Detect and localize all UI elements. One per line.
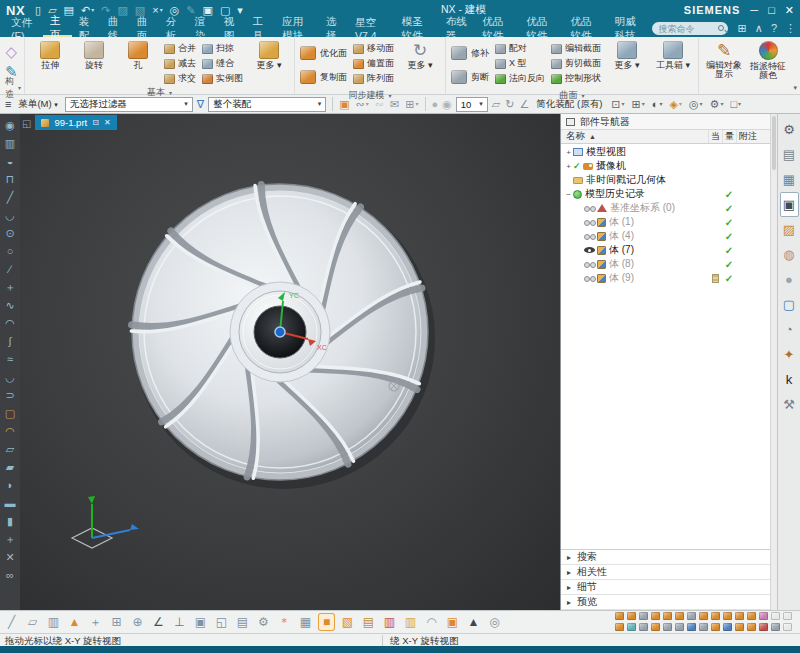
object-display-icon[interactable]: ▱ (25, 614, 40, 630)
snap-cone-icon[interactable]: ▲ (67, 614, 82, 630)
roles-icon[interactable]: k (780, 367, 799, 392)
impeller-model[interactable]: YC XC (129, 183, 435, 489)
hidden-glasses-icon[interactable] (584, 234, 595, 239)
highlighted-box-icon[interactable]: ■ (319, 614, 334, 630)
navigator-scrollbar[interactable] (770, 114, 777, 610)
column-comment[interactable]: 附注 (736, 130, 770, 143)
arc-icon[interactable]: ◡ (1, 206, 19, 224)
mini-tool-icon[interactable] (771, 612, 780, 620)
text-button[interactable]: A文本 (790, 38, 800, 81)
history-icon[interactable]: ◔ (780, 317, 799, 342)
point-on-curve-icon[interactable]: ∕ (1, 260, 19, 278)
touch-tools-icon[interactable]: ⚒ (780, 392, 799, 417)
mini-tool-icon[interactable] (615, 623, 624, 631)
mini-tool-icon[interactable] (759, 612, 768, 620)
mini-tool-icon[interactable] (699, 612, 708, 620)
mini-tool-icon[interactable] (675, 612, 684, 620)
maximize-icon[interactable]: □ (768, 5, 775, 16)
swept-surface-icon[interactable]: ◗ (1, 476, 19, 494)
visual-report-icon[interactable]: ▥ (1, 134, 19, 152)
assign-feature-color-button[interactable]: 指派特征颜色 (746, 38, 790, 81)
new-file-icon[interactable]: ▯ (35, 5, 41, 16)
intersect-button[interactable]: 求交 (162, 71, 198, 86)
menu-tab-渲染[interactable]: 渲染 (188, 20, 217, 37)
curve-icon[interactable]: ◠ (1, 314, 19, 332)
mini-tool-icon[interactable] (627, 623, 636, 631)
datum-point-icon[interactable]: ＋ (88, 614, 103, 630)
tab-close-icon[interactable]: ✕ (104, 118, 111, 127)
match-button[interactable]: 配对 (493, 41, 547, 56)
menu-tab-优品软件[interactable]: 优品软件 (519, 20, 563, 37)
true-shading-icon[interactable]: ◒ (1, 152, 19, 170)
hole-button[interactable]: 孔 (116, 38, 160, 70)
mini-tool-icon[interactable] (711, 612, 720, 620)
mini-tool-icon[interactable] (627, 612, 636, 620)
graphics-window[interactable]: ◱ 99-1.prt ⊡ ✕ (20, 114, 560, 610)
row-body-7[interactable]: 体 (7)✓ (561, 243, 770, 257)
clip-section-button[interactable]: 剪切截面 (549, 56, 603, 71)
mini-tool-icon[interactable] (723, 612, 732, 620)
row-non-timestamp-geometry[interactable]: 非时间戳记几何体 (561, 173, 770, 187)
circle-diameter-icon[interactable]: ⊙ (1, 224, 19, 242)
web-browser-icon[interactable]: ▢ (780, 292, 799, 317)
hidden-glasses-icon[interactable] (584, 262, 595, 267)
mini-tool-icon[interactable] (759, 623, 768, 631)
assembly-navigator-icon[interactable]: ▤ (780, 142, 799, 167)
process-studio-icon[interactable]: ✦ (780, 342, 799, 367)
s-curve-icon[interactable]: ∫ (1, 332, 19, 350)
menu-tab-选择[interactable]: 选择 (319, 20, 348, 37)
studio-spline-icon[interactable]: ∿ (1, 296, 19, 314)
x-form-button[interactable]: X 型 (493, 56, 547, 71)
compass-icon[interactable]: ◎ (487, 614, 502, 630)
menu-tab-分析[interactable]: 分析 (159, 20, 188, 37)
mini-tool-icon[interactable] (747, 623, 756, 631)
mini-tool-icon[interactable] (663, 623, 672, 631)
column-quantity[interactable]: 量 (722, 130, 736, 143)
point-icon[interactable]: ＋ (1, 530, 19, 548)
circle-icon[interactable]: ○ (1, 242, 19, 260)
filter-funnel-icon[interactable]: ∇ (197, 99, 204, 110)
offset-curve-icon[interactable]: ⊃ (1, 386, 19, 404)
mini-tool-icon[interactable] (711, 623, 720, 631)
flag-icon[interactable]: ◱ (214, 614, 229, 630)
mini-tool-icon[interactable] (735, 623, 744, 631)
menu-tab-模圣软件[interactable]: 模圣软件 (395, 20, 439, 37)
mini-tool-icon[interactable] (771, 623, 780, 631)
mini-tool-icon[interactable] (783, 623, 792, 631)
hidden-glasses-icon[interactable] (584, 276, 595, 281)
menu-tab-星空 V7.4[interactable]: 星空 V7.4 (348, 20, 395, 37)
mini-tool-icon[interactable] (615, 612, 624, 620)
revolve-button[interactable]: 旋转 (72, 38, 116, 70)
group-label-surface[interactable]: 曲面▾ (449, 89, 695, 102)
mini-tool-icon[interactable] (699, 623, 708, 631)
line-icon[interactable]: ╱ (1, 188, 19, 206)
menu-tab-视图[interactable]: 视图 (217, 20, 246, 37)
background-icon[interactable]: □▾ (730, 99, 741, 110)
model-canvas[interactable]: YC XC (20, 130, 560, 610)
wcs-display-icon[interactable]: ⊞ (109, 614, 124, 630)
search-icon[interactable] (716, 23, 728, 35)
sketch-icon[interactable]: ◇ (5, 41, 18, 61)
menu-tab-优品软件[interactable]: 优品软件 (563, 20, 607, 37)
menu-tab-应用模块[interactable]: 应用模块 (275, 20, 319, 37)
pillow-block-icon[interactable]: ▬ (1, 494, 19, 512)
menu-tab-文件(F)[interactable]: 文件(F) (4, 20, 43, 37)
row-body-4[interactable]: 体 (4)✓ (561, 229, 770, 243)
mini-tool-icon[interactable] (735, 612, 744, 620)
section-preview[interactable]: ▸预览 (561, 595, 770, 610)
menu-tab-主页[interactable]: 主页 (43, 20, 72, 37)
toolbox-button[interactable]: 工具箱 ▾ (651, 38, 695, 70)
navigator-column-headers[interactable]: 名称▲ 当 量 附注 (561, 130, 770, 144)
books-icon[interactable]: ▤ (361, 614, 376, 630)
wave-curve-icon[interactable]: ≈ (1, 350, 19, 368)
sheet-surface-icon[interactable]: ▱ (1, 440, 19, 458)
copy-cubes-icon[interactable]: ▤ (235, 614, 250, 630)
hd3d-tools-icon[interactable]: ◍ (780, 242, 799, 267)
sew-button[interactable]: 缝合 (200, 56, 245, 71)
control-shape-button[interactable]: 控制形状 (549, 71, 603, 86)
ellipse-icon[interactable]: ◠ (1, 422, 19, 440)
close-icon[interactable]: ✕ (785, 5, 794, 16)
row-body-9[interactable]: 体 (9)✓ (561, 271, 770, 285)
pattern-face-button[interactable]: 阵列面 (351, 71, 396, 86)
unite-button[interactable]: 合并 (162, 41, 198, 56)
